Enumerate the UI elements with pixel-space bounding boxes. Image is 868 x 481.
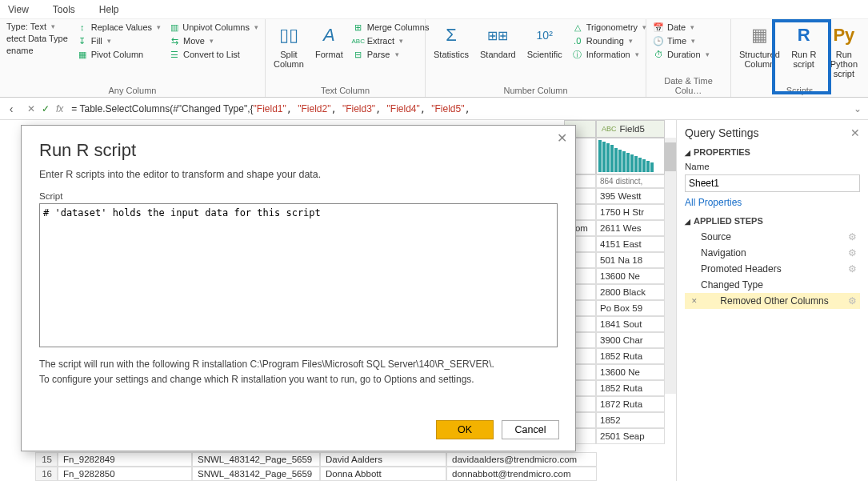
dialog-close-icon[interactable]: ✕ (557, 130, 567, 146)
calendar-icon: 📅 (653, 22, 664, 33)
fill-button[interactable]: ↧Fill▾ (75, 34, 162, 47)
scientific-button[interactable]: 10²Scientific (524, 21, 566, 84)
close-icon[interactable]: ✕ (850, 126, 860, 139)
rounding-button[interactable]: .0Rounding▾ (570, 34, 648, 47)
applied-step[interactable]: Changed Type (685, 277, 860, 293)
column-histogram (596, 138, 665, 174)
group-label-number-column: Number Column (430, 84, 641, 97)
date-button[interactable]: 📅Date▾ (651, 21, 711, 34)
parse-button[interactable]: ⊟Parse▾ (351, 48, 431, 61)
dialog-subtitle: Enter R scripts into the editor to trans… (39, 169, 558, 180)
table-cell[interactable]: 2501 Seap (596, 428, 665, 444)
ribbon-group-number-column: ΣStatistics ⊞⊞Standard 10²Scientific △Tr… (426, 19, 646, 97)
menu-view[interactable]: View (8, 4, 29, 15)
table-cell[interactable]: 501 Na 18 (596, 252, 665, 268)
extract-icon: ABC (353, 35, 364, 46)
group-label-date-time: Date & Time Colu… (651, 74, 726, 97)
applied-step[interactable]: Removed Other Columns⚙ (685, 293, 860, 309)
split-column-button[interactable]: ▯▯Split Column (270, 21, 307, 84)
ribbon-group-text-column: ▯▯Split Column AFormat ⊞Merge Columns AB… (266, 19, 426, 97)
data-type-button[interactable]: Type: Text▾ (5, 21, 70, 32)
trigonometry-button[interactable]: △Trigonometry▾ (570, 21, 648, 34)
script-textarea[interactable] (39, 203, 558, 347)
fx-icon[interactable]: fx (56, 103, 63, 114)
table-cell[interactable]: 1852 (596, 412, 665, 428)
merge-icon: ⊞ (353, 22, 364, 33)
unpivot-columns-button[interactable]: ▥Unpivot Columns▾ (167, 21, 260, 34)
parse-icon: ⊟ (353, 49, 364, 60)
table-cell[interactable]: 1852 Ruta (596, 348, 665, 364)
standard-button[interactable]: ⊞⊞Standard (477, 21, 519, 84)
table-cell[interactable]: 1872 Ruta (596, 396, 665, 412)
menu-help[interactable]: Help (99, 4, 119, 15)
formula-cancel-icon[interactable]: ✕ (27, 103, 35, 114)
table-cell[interactable]: 4151 East (596, 236, 665, 252)
statistics-button[interactable]: ΣStatistics (430, 21, 472, 84)
extract-button[interactable]: ABCExtract▾ (351, 34, 431, 47)
distinct-count: 864 distinct, (596, 174, 665, 188)
dialog-info-2: To configure your settings and change wh… (39, 373, 558, 387)
table-row[interactable]: 15Fn_9282849SNWL_483142_Page_5659David A… (35, 452, 676, 467)
list-icon: ☰ (169, 49, 180, 60)
gear-icon[interactable]: ⚙ (848, 263, 857, 275)
formula-commit-icon[interactable]: ✓ (42, 103, 50, 114)
table-cell[interactable]: 13600 Ne (596, 268, 665, 284)
menu-tools[interactable]: Tools (53, 4, 75, 15)
applied-steps-header[interactable]: Applied Steps (685, 216, 860, 226)
formula-text[interactable]: = Table.SelectColumns(#"Changed Type",{"… (68, 103, 847, 114)
move-icon: ⇆ (169, 35, 180, 46)
information-button[interactable]: ⓘInformation▾ (570, 48, 648, 61)
all-properties-link[interactable]: All Properties (685, 197, 742, 208)
menu-bar: View Tools Help (0, 0, 868, 19)
py-icon: Py (831, 22, 857, 48)
merge-columns-button[interactable]: ⊞Merge Columns (351, 21, 431, 34)
column-header-field5[interactable]: ABCField5 (596, 120, 665, 138)
gear-icon[interactable]: ⚙ (848, 247, 857, 259)
abc-type-icon: ABC (602, 125, 617, 133)
table-cell[interactable]: 3900 Char (596, 332, 665, 348)
applied-step[interactable]: Source⚙ (685, 229, 860, 245)
name-label: Name (685, 162, 860, 171)
table-row[interactable]: 16Fn_9282850SNWL_483142_Page_5659Donna A… (35, 467, 676, 481)
table-cell[interactable]: 2800 Black (596, 284, 665, 300)
split-icon: ▯▯ (276, 22, 302, 48)
table-cell[interactable]: 1852 Ruta (596, 380, 665, 396)
run-r-script-dialog: ✕ Run R script Enter R scripts into the … (21, 125, 576, 451)
move-button[interactable]: ⇆Move▾ (167, 34, 260, 47)
table-cell[interactable]: 1750 H Str (596, 204, 665, 220)
scientific-icon: 10² (532, 22, 558, 48)
table-cell[interactable]: 395 Westt (596, 188, 665, 204)
pivot-column-button[interactable]: ▦Pivot Column (75, 48, 162, 61)
detect-data-type-button[interactable]: etect Data Type (5, 33, 70, 44)
time-button[interactable]: 🕒Time▾ (651, 34, 711, 47)
group-label-any-column: Any Column (5, 84, 260, 97)
table-cell[interactable]: 2611 Wes (596, 220, 665, 236)
standard-icon: ⊞⊞ (485, 22, 510, 48)
applied-step[interactable]: Promoted Headers⚙ (685, 261, 860, 277)
gear-icon[interactable]: ⚙ (848, 295, 857, 307)
applied-step[interactable]: Navigation⚙ (685, 245, 860, 261)
replace-icon: ↕ (77, 22, 88, 33)
duration-button[interactable]: ⏱Duration▾ (651, 48, 711, 61)
table-cell[interactable]: 1841 Sout (596, 316, 665, 332)
replace-values-button[interactable]: ↕Replace Values▾ (75, 21, 162, 34)
convert-to-list-button[interactable]: ☰Convert to List (167, 48, 260, 61)
ribbon: Type: Text▾ etect Data Type ename ↕Repla… (0, 19, 868, 98)
bottom-table-rows: 15Fn_9282849SNWL_483142_Page_5659David A… (35, 452, 676, 481)
query-settings-panel: Query Settings ✕ Properties Name All Pro… (676, 120, 868, 481)
query-name-input[interactable] (685, 174, 860, 192)
cancel-button[interactable]: Cancel (502, 420, 559, 439)
ok-button[interactable]: OK (436, 420, 494, 439)
properties-header[interactable]: Properties (685, 147, 860, 157)
format-button[interactable]: AFormat (312, 21, 346, 84)
duration-icon: ⏱ (653, 49, 664, 60)
gear-icon[interactable]: ⚙ (848, 231, 857, 243)
table-cell[interactable]: 13600 Ne (596, 364, 665, 380)
table-cell[interactable]: Po Box 59 (596, 300, 665, 316)
formula-expand-icon[interactable]: ⌄ (847, 103, 868, 114)
rename-button[interactable]: ename (5, 45, 70, 56)
format-icon: A (316, 22, 342, 48)
tutorial-highlight (772, 19, 831, 94)
vertical-scrollbar[interactable] (665, 138, 676, 394)
nav-panel-toggle[interactable]: ‹ (0, 102, 22, 115)
